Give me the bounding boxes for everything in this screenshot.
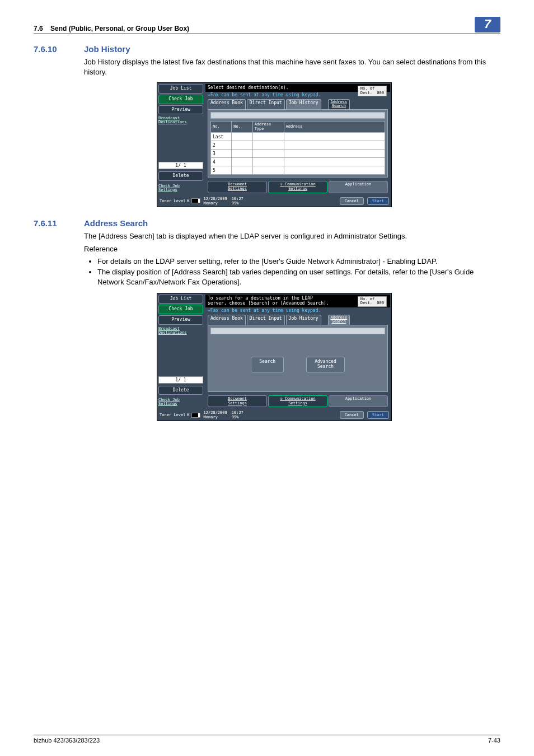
advanced-search-button[interactable]: Advanced Search xyxy=(306,357,345,372)
table-row[interactable]: 5 xyxy=(211,166,385,175)
checkjobsettings-link[interactable]: Check Job Settings xyxy=(158,397,203,407)
reference-label: Reference xyxy=(84,244,500,254)
start-button[interactable]: Start xyxy=(367,197,389,205)
search-button[interactable]: Search xyxy=(251,357,284,372)
sec2-title: Address Search xyxy=(84,218,148,228)
table-row[interactable]: 2 xyxy=(211,141,385,150)
tab-address-search[interactable]: Address Search xyxy=(328,315,350,325)
broadcast-label: Broadcast Destinations xyxy=(158,115,203,125)
tab-address-book[interactable]: Address Book xyxy=(208,99,246,109)
no-of-dest-badge: No. of Dest. 000 xyxy=(358,86,387,96)
application-button[interactable]: Application xyxy=(329,395,388,407)
page-indicator: 1/ 1 xyxy=(158,376,203,384)
delete-button[interactable]: Delete xyxy=(158,386,203,395)
status-mem-label: Memory xyxy=(204,201,218,206)
cancel-button[interactable]: Cancel xyxy=(340,197,364,205)
checkjob-button[interactable]: Check Job xyxy=(158,305,203,314)
tab-job-history[interactable]: Job History xyxy=(286,315,321,325)
col-no1: No. xyxy=(211,122,232,133)
sec1-paragraph: Job History displays the latest five fax… xyxy=(84,57,500,77)
chapter-badge: 7 xyxy=(475,17,500,32)
col-no2: No. xyxy=(232,122,252,133)
toner-level: Toner Level K xyxy=(160,198,200,203)
table-row[interactable]: Last xyxy=(211,133,385,141)
col-addr-type: Address Type xyxy=(252,122,284,133)
screenshot-address-search: Job List Check Job Preview Broadcast Des… xyxy=(157,293,392,422)
doc-settings-button[interactable]: Document Settings xyxy=(208,395,267,407)
search-field[interactable] xyxy=(210,328,385,334)
table-row[interactable]: 4 xyxy=(211,158,385,166)
toner-level: Toner Level K xyxy=(160,413,200,418)
preview-button[interactable]: Preview xyxy=(158,315,203,325)
header-section-title: Send (Public, Personal, or Group User Bo… xyxy=(50,25,189,32)
doc-settings-button[interactable]: Document Settings xyxy=(208,181,267,193)
status-date: 12/28/2009 xyxy=(204,197,227,201)
sec1-number: 7.6.10 xyxy=(34,44,84,54)
start-button[interactable]: Start xyxy=(367,411,389,419)
tab-address-search[interactable]: Address Search xyxy=(328,99,350,109)
status-time: 10:27 xyxy=(232,197,243,201)
no-of-dest-badge: No. of Dest. 000 xyxy=(358,296,387,307)
sec2-paragraph: The [Address Search] tab is displayed wh… xyxy=(84,231,500,241)
status-mem-val: 99% xyxy=(232,201,239,206)
comm-settings-button[interactable]: ☏ Communication Settings xyxy=(268,395,327,407)
sec2-number: 7.6.11 xyxy=(34,218,84,228)
application-button[interactable]: Application xyxy=(329,181,388,193)
table-row[interactable]: 3 xyxy=(211,150,385,158)
status-mem-val: 99% xyxy=(232,415,239,419)
sec1-title: Job History xyxy=(84,44,130,54)
delete-button[interactable]: Delete xyxy=(158,171,203,181)
tab-direct-input[interactable]: Direct Input xyxy=(247,99,285,109)
screenshot-job-history: Job List Check Job Preview Broadcast Des… xyxy=(157,82,392,207)
preview-button[interactable]: Preview xyxy=(158,105,203,115)
status-time: 10:27 xyxy=(232,410,243,415)
bullet-2: The display position of [Address Search]… xyxy=(97,267,500,287)
status-mem-label: Memory xyxy=(204,415,218,419)
tab-address-book[interactable]: Address Book xyxy=(208,315,246,325)
col-address: Address xyxy=(284,122,385,133)
checkjob-button[interactable]: Check Job xyxy=(158,95,203,104)
footer-page: 7-43 xyxy=(488,737,500,744)
page-indicator: 1/ 1 xyxy=(158,162,203,169)
history-table: No. No. Address Type Address Last 2 3 4 … xyxy=(210,121,385,175)
bullet-1: For details on the LDAP server setting, … xyxy=(97,256,500,267)
search-field[interactable] xyxy=(210,112,385,119)
tab-job-history[interactable]: Job History xyxy=(286,99,321,109)
header-section-ref: 7.6 xyxy=(34,25,43,32)
broadcast-label: Broadcast Destinations xyxy=(158,326,203,336)
checkjobsettings-link[interactable]: Check Job Settings xyxy=(158,183,203,193)
keypad-hint: ✦Fax can be sent at any time using keypa… xyxy=(205,307,390,314)
tab-direct-input[interactable]: Direct Input xyxy=(247,315,285,325)
joblist-button[interactable]: Job List xyxy=(158,295,203,304)
status-date: 12/28/2009 xyxy=(204,410,227,415)
comm-settings-button[interactable]: ☏ Communication Settings xyxy=(268,181,327,193)
footer-model: bizhub 423/363/283/223 xyxy=(34,737,100,744)
cancel-button[interactable]: Cancel xyxy=(340,411,364,419)
joblist-button[interactable]: Job List xyxy=(158,84,203,94)
